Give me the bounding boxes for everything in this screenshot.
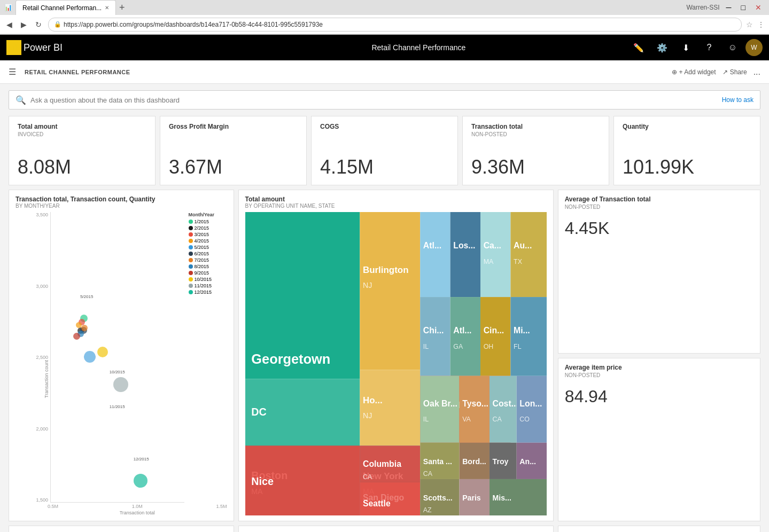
scatter-title: Transaction total, Transaction count, Qu… [15, 195, 227, 203]
scatter-inner: Transaction count [50, 212, 184, 503]
kpi-subtitle-3: NON-POSTED [471, 131, 600, 137]
scatter-xaxis: 0.5M 1.0M 1.5M [15, 503, 227, 509]
pbi-header-actions: ✏️ ⚙️ ⬇ ? ☺ W [628, 37, 763, 58]
close-btn[interactable]: ✕ [752, 2, 765, 13]
tab-title: Retail Channel Performan... [22, 4, 102, 12]
how-to-ask-link[interactable]: How to ask [722, 96, 754, 104]
url-text: https://app.powerbi.com/groups/me/dashbo… [64, 21, 323, 28]
avg-trans-value: 4.45K [565, 218, 754, 238]
avg-trans-title: Average of Transaction total [565, 195, 754, 203]
svg-text:Atl...: Atl... [423, 241, 441, 250]
treemap-svg: Georgetown DC Boston MA Burlington NJ [245, 212, 547, 515]
browser-chrome: 📊 Retail Channel Performan... ✕ + Warren… [0, 0, 769, 35]
svg-rect-53 [516, 376, 546, 443]
qa-input[interactable] [30, 96, 718, 104]
svg-text:OH: OH [483, 343, 493, 350]
search-icon: 🔍 [15, 95, 26, 105]
label-5-2015: 5/2015 [80, 294, 93, 299]
legend-11: 11/2015 [189, 283, 227, 288]
svg-text:NJ: NJ [363, 411, 372, 420]
hamburger-btn[interactable]: ☰ [9, 67, 16, 77]
kpi-card-total-amount[interactable]: Total amount INVOICED 8.08M [9, 116, 156, 185]
pbi-page-title: Retail Channel Performance [216, 43, 622, 52]
tab-close-btn[interactable]: ✕ [105, 5, 109, 11]
bubble-jul [81, 325, 88, 331]
back-btn[interactable]: ◀ [4, 19, 14, 30]
avg-trans-subtitle: NON-POSTED [565, 204, 754, 210]
treemap-subtitle: BY OPERATING UNIT NAME, STATE [245, 203, 547, 209]
svg-text:Bord...: Bord... [462, 457, 486, 465]
svg-text:Ca...: Ca... [483, 241, 501, 250]
svg-text:Tyso...: Tyso... [462, 399, 488, 408]
scatter-yaxis: 3,500 3,000 2,500 2,000 1,500 [15, 212, 50, 503]
add-icon: ⊕ [672, 68, 677, 76]
avg-transaction-card[interactable]: Average of Transaction total NON-POSTED … [558, 190, 760, 354]
bookmark-icon[interactable]: ☆ [746, 20, 753, 29]
download-btn[interactable]: ⬇ [675, 37, 696, 58]
svg-text:An...: An... [519, 457, 536, 465]
svg-text:NJ: NJ [363, 281, 372, 290]
title-bar-left: 📊 Retail Channel Performan... ✕ + [4, 0, 125, 15]
kpi-card-transaction-total[interactable]: Transaction total NON-POSTED 9.36M [462, 116, 609, 185]
treemap-card[interactable]: Total amount BY OPERATING UNIT NAME, STA… [238, 190, 554, 521]
svg-text:CA: CA [423, 470, 432, 478]
svg-rect-2 [15, 44, 17, 51]
svg-rect-26 [510, 212, 547, 297]
svg-text:Scotts...: Scotts... [423, 494, 452, 502]
scatter-chart-card[interactable]: Transaction total, Transaction count, Qu… [9, 190, 234, 521]
svg-rect-10 [360, 212, 420, 370]
legend-title: Month/Year [189, 212, 227, 217]
svg-text:Chi...: Chi... [423, 326, 444, 335]
svg-text:AZ: AZ [423, 506, 431, 514]
label-11-2015: 11/2015 [110, 404, 125, 409]
svg-rect-19 [420, 212, 450, 297]
map-card[interactable]: Total amount BY STATE NORTH AMERICA [9, 526, 234, 532]
kpi-card-quantity[interactable]: Quantity 101.99K [613, 116, 760, 185]
settings-btn[interactable]: ⚙️ [651, 37, 673, 58]
scatter-legend: Month/Year 1/2015 2/2015 3/2015 4/2015 5… [184, 212, 227, 503]
edit-btn[interactable]: ✏️ [628, 37, 649, 58]
maximize-btn[interactable]: □ [738, 2, 749, 13]
svg-text:Mis...: Mis... [492, 494, 511, 502]
add-widget-btn[interactable]: ⊕ + Add widget [672, 68, 716, 76]
svg-text:FL: FL [514, 343, 522, 350]
refresh-btn[interactable]: ↻ [33, 19, 44, 30]
new-tab-btn[interactable]: + [119, 2, 125, 13]
svg-text:IL: IL [423, 343, 428, 350]
forward-btn[interactable]: ▶ [19, 19, 29, 30]
svg-rect-13 [360, 370, 420, 445]
svg-rect-50 [489, 376, 516, 443]
pbi-header: Power BI Retail Channel Performance ✏️ ⚙… [0, 35, 769, 60]
help-btn[interactable]: ? [698, 37, 720, 58]
label-10-2015: 10/2015 [110, 370, 125, 374]
user-label: Warren-SSI [686, 4, 719, 11]
share-icon: ↗ [723, 68, 728, 76]
svg-text:TX: TX [514, 258, 523, 265]
svg-text:GA: GA [453, 343, 463, 350]
bubble-oct [97, 347, 108, 357]
donut-card[interactable]: Total amount BY CATEGORY LEVEL 1 [558, 526, 760, 532]
svg-text:Au...: Au... [514, 241, 532, 250]
avg-item-price-card[interactable]: Average item price NON-POSTED 84.94 [558, 358, 760, 522]
svg-rect-44 [420, 376, 459, 443]
user-avatar[interactable]: W [745, 39, 763, 56]
bar-chart-card[interactable]: Total amount, COGS, Gross Profit Margin … [238, 526, 554, 532]
svg-text:Ho...: Ho... [363, 395, 383, 405]
toolbar-label: RETAIL CHANNEL PERFORMANCE [25, 69, 667, 75]
tab[interactable]: Retail Channel Performan... ✕ [15, 0, 116, 15]
menu-icon[interactable]: ⋮ [757, 20, 765, 29]
kpi-subtitle-0: INVOICED [18, 131, 146, 137]
smiley-btn[interactable]: ☺ [722, 37, 743, 58]
minimize-btn[interactable]: ─ [723, 2, 735, 13]
kpi-row: Total amount INVOICED 8.08M Gross Profit… [9, 116, 760, 185]
scatter-subtitle: BY MONTH/YEAR [15, 203, 227, 209]
url-input[interactable]: 🔒 https://app.powerbi.com/groups/me/dash… [48, 18, 742, 32]
kpi-card-gross-profit[interactable]: Gross Profit Margin 3.67M [160, 116, 307, 185]
bubble-sep [73, 333, 80, 340]
share-btn[interactable]: ↗ Share [723, 68, 747, 76]
address-bar: ◀ ▶ ↻ 🔒 https://app.powerbi.com/groups/m… [0, 15, 769, 34]
svg-rect-21 [450, 212, 480, 297]
kpi-card-cogs[interactable]: COGS 4.15M [311, 116, 458, 185]
more-btn[interactable]: ... [754, 67, 760, 77]
legend-7: 7/2015 [189, 257, 227, 263]
